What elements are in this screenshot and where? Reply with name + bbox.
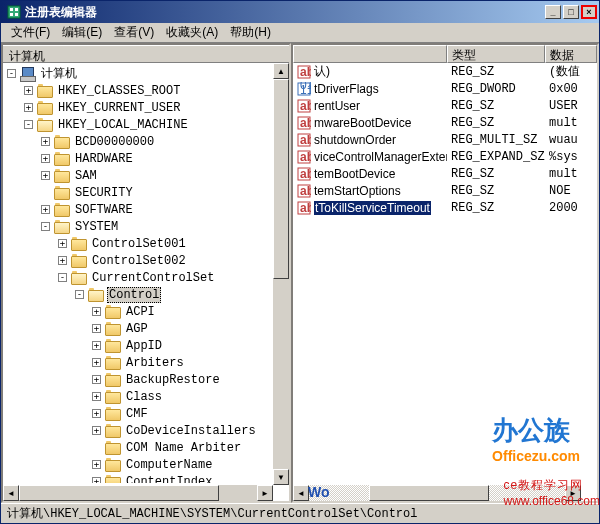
scroll-down-button[interactable]: ▼: [273, 469, 289, 485]
tree-node[interactable]: SECURITY: [3, 184, 289, 201]
expander-icon[interactable]: +: [92, 477, 101, 483]
folder-icon: [54, 152, 70, 165]
svg-text:110: 110: [300, 83, 311, 96]
tree-node[interactable]: -HKEY_LOCAL_MACHINE: [3, 116, 289, 133]
list-row[interactable]: abmwareBootDeviceREG_SZmult: [293, 114, 597, 131]
tree-node[interactable]: +ControlSet001: [3, 235, 289, 252]
scroll-right-button[interactable]: ►: [257, 485, 273, 501]
column-type[interactable]: 类型: [447, 45, 545, 63]
expander-icon[interactable]: -: [58, 273, 67, 282]
expander-icon[interactable]: +: [92, 341, 101, 350]
list-row[interactable]: abtToKillServiceTimeoutREG_SZ2000: [293, 199, 597, 216]
tree-scrollbar-horizontal[interactable]: ◄ ►: [3, 485, 273, 501]
tree-node[interactable]: +ACPI: [3, 303, 289, 320]
folder-icon: [37, 101, 53, 114]
scroll-left-button[interactable]: ◄: [293, 485, 309, 501]
expander-icon[interactable]: +: [92, 307, 101, 316]
tree-node[interactable]: +BCD00000000: [3, 133, 289, 150]
tree-node[interactable]: +HARDWARE: [3, 150, 289, 167]
list-row[interactable]: ab认)REG_SZ(数值: [293, 63, 597, 80]
expander-icon[interactable]: +: [92, 375, 101, 384]
tree-node[interactable]: +ComputerName: [3, 456, 289, 473]
menu-help[interactable]: 帮助(H): [224, 22, 277, 43]
scroll-thumb[interactable]: [273, 79, 289, 279]
column-data[interactable]: 数据: [545, 45, 597, 63]
titlebar[interactable]: 注册表编辑器 _ □ ×: [1, 1, 599, 23]
minimize-button[interactable]: _: [545, 5, 561, 19]
value-name: 认): [314, 63, 330, 80]
tree-header[interactable]: 计算机: [3, 45, 289, 63]
folder-icon: [105, 424, 121, 437]
tree-node[interactable]: +AppID: [3, 337, 289, 354]
expander-icon[interactable]: +: [58, 239, 67, 248]
menu-edit[interactable]: 编辑(E): [56, 22, 108, 43]
expander-icon[interactable]: +: [41, 205, 50, 214]
expander-icon[interactable]: +: [92, 324, 101, 333]
list-scrollbar-horizontal[interactable]: ◄ ►: [293, 485, 581, 501]
tree-node[interactable]: +SOFTWARE: [3, 201, 289, 218]
expander-icon[interactable]: +: [41, 137, 50, 146]
expander-icon[interactable]: +: [41, 171, 50, 180]
scroll-thumb-h[interactable]: [369, 485, 489, 501]
maximize-button[interactable]: □: [563, 5, 579, 19]
menu-file[interactable]: 文件(F): [5, 22, 56, 43]
expander-icon[interactable]: +: [92, 392, 101, 401]
expander-icon[interactable]: +: [92, 460, 101, 469]
tree-node[interactable]: +HKEY_CURRENT_USER: [3, 99, 289, 116]
expander-icon[interactable]: +: [58, 256, 67, 265]
scroll-left-button[interactable]: ◄: [3, 485, 19, 501]
tree-node[interactable]: +BackupRestore: [3, 371, 289, 388]
expander-icon[interactable]: -: [41, 222, 50, 231]
svg-rect-1: [10, 8, 13, 11]
tree-root[interactable]: -计算机: [3, 65, 289, 82]
tree-node[interactable]: -CurrentControlSet: [3, 269, 289, 286]
list-row[interactable]: abviceControlManagerExten...REG_EXPAND_S…: [293, 148, 597, 165]
cell-type: REG_DWORD: [447, 82, 545, 96]
expander-icon[interactable]: -: [7, 69, 16, 78]
tree-node[interactable]: +Arbiters: [3, 354, 289, 371]
expander-icon[interactable]: +: [24, 86, 33, 95]
close-button[interactable]: ×: [581, 5, 597, 19]
column-name[interactable]: [293, 45, 447, 63]
tree-node[interactable]: -SYSTEM: [3, 218, 289, 235]
list-row[interactable]: abshutdownOrderREG_MULTI_SZwuau: [293, 131, 597, 148]
values-list[interactable]: ab认)REG_SZ(数值011110tDriverFlagsREG_DWORD…: [293, 63, 597, 216]
list-header: 类型 数据: [293, 45, 597, 63]
tree-node[interactable]: COM Name Arbiter: [3, 439, 289, 456]
scroll-right-button[interactable]: ►: [565, 485, 581, 501]
list-row[interactable]: abtemStartOptionsREG_SZ NOE: [293, 182, 597, 199]
expander-icon[interactable]: -: [24, 120, 33, 129]
scroll-thumb-h[interactable]: [19, 485, 219, 501]
node-label: BCD00000000: [73, 135, 156, 149]
folder-icon: [54, 203, 70, 216]
tree-node[interactable]: -Control: [3, 286, 289, 303]
registry-tree[interactable]: -计算机+HKEY_CLASSES_ROOT+HKEY_CURRENT_USER…: [3, 63, 289, 483]
list-row[interactable]: 011110tDriverFlagsREG_DWORD0x00: [293, 80, 597, 97]
folder-icon: [105, 305, 121, 318]
expander-icon[interactable]: +: [92, 409, 101, 418]
expander-icon[interactable]: +: [92, 358, 101, 367]
cell-type: REG_EXPAND_SZ: [447, 150, 545, 164]
tree-node[interactable]: +SAM: [3, 167, 289, 184]
node-label: Class: [124, 390, 164, 404]
tree-node[interactable]: +ControlSet002: [3, 252, 289, 269]
tree-node[interactable]: +ContentIndex: [3, 473, 289, 483]
list-row[interactable]: abtemBootDeviceREG_SZmult: [293, 165, 597, 182]
tree-node[interactable]: +HKEY_CLASSES_ROOT: [3, 82, 289, 99]
value-icon: ab: [297, 184, 311, 198]
list-row[interactable]: abrentUserREG_SZUSER: [293, 97, 597, 114]
tree-scrollbar-vertical[interactable]: ▲ ▼: [273, 63, 289, 485]
menu-favorites[interactable]: 收藏夹(A): [160, 22, 224, 43]
expander-icon[interactable]: -: [75, 290, 84, 299]
tree-node[interactable]: +CoDeviceInstallers: [3, 422, 289, 439]
folder-icon: [37, 84, 53, 97]
expander-icon[interactable]: +: [41, 154, 50, 163]
expander-icon[interactable]: +: [92, 426, 101, 435]
scroll-up-button[interactable]: ▲: [273, 63, 289, 79]
tree-node[interactable]: +CMF: [3, 405, 289, 422]
expander-icon[interactable]: +: [24, 103, 33, 112]
tree-node[interactable]: +Class: [3, 388, 289, 405]
tree-node[interactable]: +AGP: [3, 320, 289, 337]
menu-view[interactable]: 查看(V): [108, 22, 160, 43]
svg-rect-2: [15, 8, 18, 11]
